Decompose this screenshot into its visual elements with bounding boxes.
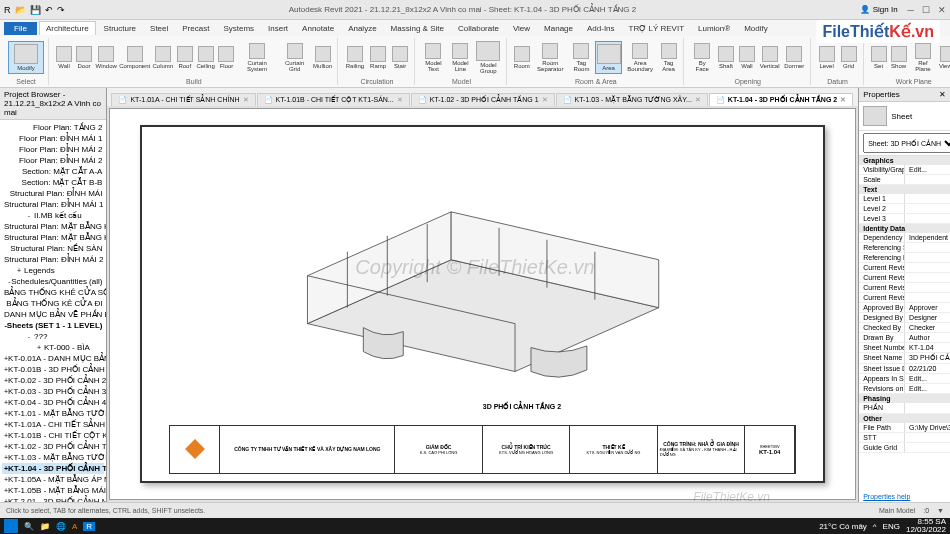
ribbon-show[interactable]: Show: [890, 44, 908, 71]
tab-close-icon[interactable]: ✕: [243, 96, 249, 104]
tree-item[interactable]: +KT-000 - BÌA: [2, 342, 104, 353]
ribbon-room-separator[interactable]: Room Separator: [533, 41, 568, 74]
prop-row[interactable]: DependencyIndependent: [859, 233, 950, 243]
tree-item[interactable]: +KT-0.02 - 3D PHỐI CẢNH 2: [2, 375, 104, 386]
prop-row[interactable]: Current Revisio...: [859, 283, 950, 293]
ribbon-level[interactable]: Level: [817, 44, 837, 71]
drawing-canvas[interactable]: 3D PHỐI CẢNH TẦNG 2 CÔNG TY TNHH TƯ VẤN …: [109, 108, 856, 500]
properties-panel[interactable]: Properties✕ Sheet Sheet: 3D PHỐI CẢNH Ed…: [858, 88, 950, 502]
ribbon-set[interactable]: Set: [870, 44, 888, 71]
ribbon-tag-area[interactable]: Tag Area: [658, 41, 679, 74]
tree-item[interactable]: +KT-1.01 - MẶT BẰNG TƯỜNG XÂY TẦNG 1: [2, 408, 104, 419]
ribbon-stair[interactable]: Stair: [390, 44, 410, 71]
tree-item[interactable]: DANH MỤC BẢN VẼ PHẦN KIẾN TRÚC: [2, 309, 104, 320]
ribbon-component[interactable]: Component: [119, 44, 150, 71]
tree-item[interactable]: +KT-0.01B - 3D PHỐI CẢNH 1: [2, 364, 104, 375]
menu-tab-modify[interactable]: Modify: [738, 22, 774, 35]
prop-row[interactable]: Referencing Sh...: [859, 243, 950, 253]
ribbon-room[interactable]: Room: [513, 44, 531, 71]
menu-tab-analyze[interactable]: Analyze: [342, 22, 382, 35]
prop-row[interactable]: Level 1: [859, 194, 950, 204]
project-tree[interactable]: Floor Plan: TẦNG 2Floor Plan: ĐỈNH MÁI 1…: [0, 120, 106, 502]
close-btn[interactable]: ✕: [938, 5, 946, 15]
filter-icon[interactable]: ▼: [937, 507, 944, 514]
prop-row[interactable]: Sheet Name3D PHỐI CẢNH ...: [859, 353, 950, 364]
menu-tab-manage[interactable]: Manage: [538, 22, 579, 35]
prop-row[interactable]: Appears In Shee...Edit...: [859, 374, 950, 384]
prop-row[interactable]: Sheet Issue Date02/21/20: [859, 364, 950, 374]
ribbon-mullion[interactable]: Mullion: [312, 44, 332, 71]
ribbon-grid[interactable]: Grid: [839, 44, 859, 71]
tree-item[interactable]: +KT-1.04 - 3D PHỐI CẢNH TẦNG 2: [2, 463, 104, 474]
file-tab[interactable]: File: [4, 22, 37, 35]
ribbon-railing[interactable]: Railing: [344, 44, 366, 71]
view-tab[interactable]: 📄KT-1.04 - 3D PHỐI CẢNH TẦNG 2✕: [709, 93, 853, 106]
tree-item[interactable]: Floor Plan: ĐỈNH MÁI 2: [2, 155, 104, 166]
prop-row[interactable]: Level 3: [859, 214, 950, 224]
maximize-btn[interactable]: ☐: [922, 5, 930, 15]
prop-row[interactable]: Referencing De...: [859, 253, 950, 263]
ribbon-wall[interactable]: Wall: [55, 44, 73, 71]
ribbon-ceiling[interactable]: Ceiling: [196, 44, 216, 71]
tree-item[interactable]: -???: [2, 331, 104, 342]
tree-item[interactable]: +Legends: [2, 265, 104, 276]
tree-item[interactable]: BẢNG THỐNG KHÊ CỬA SỔ: [2, 287, 104, 298]
ribbon-tag-room[interactable]: Tag Room: [570, 41, 593, 74]
ribbon-curtain-grid[interactable]: Curtain Grid: [279, 41, 311, 74]
undo-icon[interactable]: ↶: [45, 5, 53, 15]
minimize-btn[interactable]: ─: [908, 5, 914, 15]
tray-icon[interactable]: ^: [873, 522, 877, 531]
redo-icon[interactable]: ↷: [57, 5, 65, 15]
prop-row[interactable]: Approved ByApprover: [859, 303, 950, 313]
quick-access[interactable]: R 📂 💾 ↶ ↷: [4, 5, 65, 15]
signin-link[interactable]: 👤 Sign In: [860, 5, 897, 14]
tree-item[interactable]: +KT-1.05A - MẶT BẰNG ÁP MÁI: [2, 474, 104, 485]
view-tab[interactable]: 📄KT-1.01B - CHI TIẾT CỘT KT1-SÁN...✕: [257, 93, 410, 106]
tree-item[interactable]: Structural Plan: MẶT BẰNG KẾT CẤU TẦNG 1: [2, 221, 104, 232]
task-icon[interactable]: 🌐: [56, 522, 66, 531]
tab-close-icon[interactable]: ✕: [840, 96, 846, 104]
ribbon-model-line[interactable]: Model Line: [448, 41, 473, 74]
ribbon-ramp[interactable]: Ramp: [368, 44, 388, 71]
ribbon-curtain-system[interactable]: Curtain System: [237, 41, 276, 74]
ribbon-window[interactable]: Window: [95, 44, 117, 71]
tab-close-icon[interactable]: ✕: [542, 96, 548, 104]
tree-item[interactable]: -Schedules/Quantities (all): [2, 276, 104, 287]
tree-item[interactable]: +KT-2.01 - 3D PHỐI CẢNH MÁI: [2, 496, 104, 502]
tree-item[interactable]: Structural Plan: NỀN SÀN: [2, 243, 104, 254]
tree-item[interactable]: +KT-1.03 - MẶT BẰNG TƯỜNG XÂY TẦNG 2: [2, 452, 104, 463]
tree-item[interactable]: Floor Plan: TẦNG 2: [2, 122, 104, 133]
menu-tab-annotate[interactable]: Annotate: [296, 22, 340, 35]
tree-item[interactable]: Section: MẶT CẮT A-A: [2, 166, 104, 177]
tree-item[interactable]: +KT-1.05B - MẶT BẰNG MÁI: [2, 485, 104, 496]
tree-item[interactable]: +KT-1.01B - CHI TIẾT CỘT KT1-SẢNH CHÍNH: [2, 430, 104, 441]
menu-tab-systems[interactable]: Systems: [217, 22, 260, 35]
tab-close-icon[interactable]: ✕: [397, 96, 403, 104]
prop-row[interactable]: Checked ByChecker: [859, 323, 950, 333]
tree-item[interactable]: -II.MB kết cấu: [2, 210, 104, 221]
ribbon-model-text[interactable]: Model Text: [421, 41, 446, 74]
view-tab[interactable]: 📄KT-1.01A - CHI TIẾT SẢNH CHÍNH✕: [111, 93, 255, 106]
ribbon-vertical[interactable]: Vertical: [758, 44, 780, 71]
menu-tab-view[interactable]: View: [507, 22, 536, 35]
view-tab[interactable]: 📄KT-1.02 - 3D PHỐI CẢNH TẦNG 1✕: [411, 93, 555, 106]
ribbon-floor[interactable]: Floor: [217, 44, 235, 71]
prop-row[interactable]: Scale: [859, 175, 950, 185]
menu-tab-trlrevit[interactable]: TRỢ LÝ REVIT: [623, 22, 690, 35]
open-icon[interactable]: 📂: [15, 5, 26, 15]
menu-tab-structure[interactable]: Structure: [98, 22, 142, 35]
tree-item[interactable]: Floor Plan: ĐỈNH MÁI 2: [2, 144, 104, 155]
task-icon[interactable]: 📁: [40, 522, 50, 531]
ribbon-area[interactable]: Area: [595, 41, 622, 74]
ribbon-viewer[interactable]: Viewer: [938, 44, 950, 71]
prop-row[interactable]: STT: [859, 433, 950, 443]
tree-item[interactable]: +KT-0.03 - 3D PHỐI CẢNH 3: [2, 386, 104, 397]
menu-tab-steel[interactable]: Steel: [144, 22, 174, 35]
prop-row[interactable]: PHẦN: [859, 403, 950, 414]
ribbon-by-face[interactable]: By Face: [690, 41, 715, 74]
menu-tab-massingsite[interactable]: Massing & Site: [385, 22, 450, 35]
prop-row[interactable]: Sheet NumberKT-1.04: [859, 343, 950, 353]
ribbon-roof[interactable]: Roof: [176, 44, 194, 71]
tree-item[interactable]: Structural Plan: ĐỈNH MÁI 2: [2, 254, 104, 265]
tree-item[interactable]: -Sheets (SET 1 - 1 LEVEL): [2, 320, 104, 331]
